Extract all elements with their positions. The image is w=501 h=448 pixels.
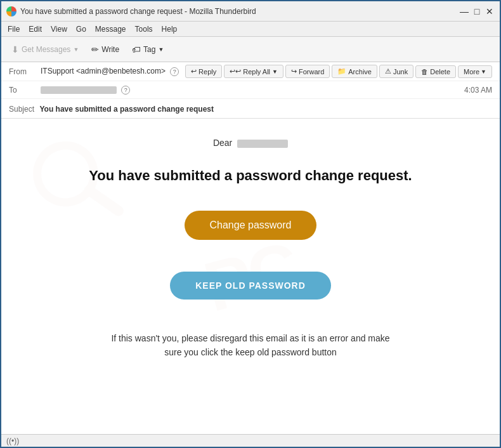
reply-all-icon: ↩↩: [230, 67, 241, 76]
window-title: You have submitted a password change req…: [20, 7, 459, 16]
archive-label: Archive: [348, 68, 372, 76]
menu-view[interactable]: View: [47, 23, 71, 35]
thunderbird-window: You have submitted a password change req…: [0, 0, 501, 448]
archive-button[interactable]: 📁 Archive: [332, 65, 377, 78]
reply-all-dropdown: ▼: [272, 69, 278, 75]
junk-label: Junk: [393, 68, 408, 76]
junk-button[interactable]: ⚠ Junk: [379, 65, 413, 78]
email-action-buttons: ↩ Reply ↩↩ Reply All ▼ ↪ Forward 📁 Archi…: [185, 65, 492, 78]
menu-file[interactable]: File: [4, 23, 23, 35]
get-messages-button[interactable]: ⬇ Get Messages ▼: [6, 42, 84, 57]
get-messages-arrow: ▼: [73, 46, 79, 53]
tag-icon: 🏷: [132, 44, 141, 55]
delete-button[interactable]: 🗑 Delete: [415, 65, 456, 78]
recipient-info-icon[interactable]: ?: [121, 86, 130, 95]
tag-label: Tag: [143, 45, 155, 54]
from-label: From: [9, 67, 41, 76]
status-icon: ((•)): [6, 437, 19, 445]
disclaimer-text: If this wasn't you, please disregard thi…: [105, 331, 396, 360]
email-body: PC Dear You have submitted a password ch…: [1, 119, 500, 434]
menu-go[interactable]: Go: [72, 23, 90, 35]
tag-button[interactable]: 🏷 Tag ▼: [127, 42, 169, 57]
keep-old-password-button[interactable]: KEEP OLD PASSWORD: [170, 272, 331, 300]
forward-button[interactable]: ↪ Forward: [285, 65, 330, 78]
more-arrow: ▼: [481, 69, 486, 75]
reply-button[interactable]: ↩ Reply: [185, 65, 222, 78]
write-label: Write: [101, 45, 119, 54]
change-password-button[interactable]: Change password: [185, 211, 317, 240]
subject-label: Subject: [9, 105, 34, 114]
recipient-blurred: [41, 86, 117, 94]
forward-icon: ↪: [291, 67, 297, 76]
get-messages-label: Get Messages: [22, 45, 70, 54]
from-address: ITSupport <admin@benbetesh.com>: [41, 67, 166, 76]
email-time: 4:03 AM: [464, 86, 492, 95]
thunderbird-icon: [6, 6, 16, 16]
more-button[interactable]: More ▼: [458, 65, 492, 78]
subject-value: You have submitted a password change req…: [39, 105, 214, 114]
menu-edit[interactable]: Edit: [25, 23, 46, 35]
reply-icon: ↩: [191, 67, 197, 76]
delete-icon: 🗑: [421, 68, 428, 76]
archive-icon: 📁: [337, 67, 346, 76]
email-inner-content: Dear You have submitted a password chang…: [27, 138, 474, 359]
email-content: PC Dear You have submitted a password ch…: [1, 119, 500, 434]
contact-info-icon[interactable]: ?: [170, 67, 179, 76]
junk-icon: ⚠: [385, 67, 391, 76]
menu-bar: File Edit View Go Message Tools Help: [1, 22, 500, 37]
main-heading: You have submitted a password change req…: [27, 167, 474, 185]
forward-label: Forward: [299, 68, 324, 76]
main-toolbar: ⬇ Get Messages ▼ ✏ Write 🏷 Tag ▼: [1, 37, 500, 62]
dear-text: Dear: [27, 138, 474, 148]
tag-arrow: ▼: [158, 46, 164, 53]
minimize-button[interactable]: —: [459, 6, 469, 16]
dear-name-blurred: [237, 140, 288, 148]
delete-label: Delete: [430, 68, 450, 76]
get-messages-icon: ⬇: [11, 44, 19, 55]
to-row: To ? 4:03 AM: [1, 81, 500, 99]
reply-all-button[interactable]: ↩↩ Reply All ▼: [224, 65, 283, 78]
to-label: To: [9, 86, 41, 95]
title-bar: You have submitted a password change req…: [1, 1, 500, 22]
subject-row: Subject You have submitted a password ch…: [1, 99, 500, 118]
window-controls: — □ ✕: [459, 6, 495, 16]
reply-all-label: Reply All: [243, 68, 270, 76]
maximize-button[interactable]: □: [472, 6, 482, 16]
write-button[interactable]: ✏ Write: [86, 42, 124, 57]
to-value: ?: [41, 85, 464, 95]
menu-message[interactable]: Message: [91, 23, 130, 35]
reply-label: Reply: [198, 68, 216, 76]
menu-help[interactable]: Help: [158, 23, 181, 35]
more-label: More: [464, 68, 479, 76]
close-button[interactable]: ✕: [485, 6, 495, 16]
status-bar: ((•)): [1, 434, 500, 447]
write-icon: ✏: [91, 44, 99, 55]
email-header: From ITSupport <admin@benbetesh.com> ? ↩…: [1, 62, 500, 119]
menu-tools[interactable]: Tools: [131, 23, 157, 35]
from-row: From ITSupport <admin@benbetesh.com> ? ↩…: [1, 62, 500, 81]
from-value: ITSupport <admin@benbetesh.com> ?: [41, 67, 185, 76]
